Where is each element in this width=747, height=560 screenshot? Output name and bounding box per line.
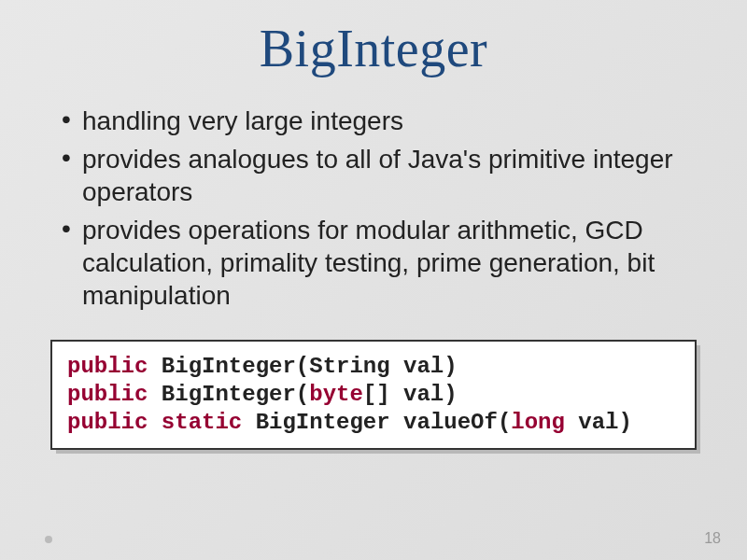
code-token: val) (565, 410, 632, 435)
code-line: public static BigInteger valueOf(long va… (67, 409, 680, 437)
code-token: BigInteger(String val) (148, 354, 457, 379)
bullet-item: provides analogues to all of Java's prim… (56, 143, 700, 208)
slide-title: BigInteger (47, 19, 700, 78)
code-token: [] val) (363, 382, 458, 407)
page-number: 18 (704, 530, 721, 547)
keyword-token: long (511, 410, 565, 435)
code-token: BigInteger valueOf( (242, 410, 511, 435)
keyword-token: public (67, 382, 148, 407)
code-block: public BigInteger(String val)public BigI… (50, 340, 697, 450)
bullet-item: provides operations for modular arithmet… (56, 214, 700, 312)
slide: BigInteger handling very large integers … (0, 0, 747, 560)
bullet-item: handling very large integers (56, 105, 700, 137)
keyword-token: static (162, 410, 242, 435)
footer-decoration (45, 536, 52, 543)
keyword-token: public (67, 354, 148, 379)
bullet-list: handling very large integers provides an… (47, 105, 700, 312)
code-content: public BigInteger(String val)public BigI… (50, 340, 697, 450)
code-token (148, 410, 161, 435)
code-line: public BigInteger(String val) (67, 353, 680, 381)
code-line: public BigInteger(byte[] val) (67, 381, 680, 409)
keyword-token: byte (309, 382, 363, 407)
keyword-token: public (67, 410, 148, 435)
code-token: BigInteger( (148, 382, 309, 407)
